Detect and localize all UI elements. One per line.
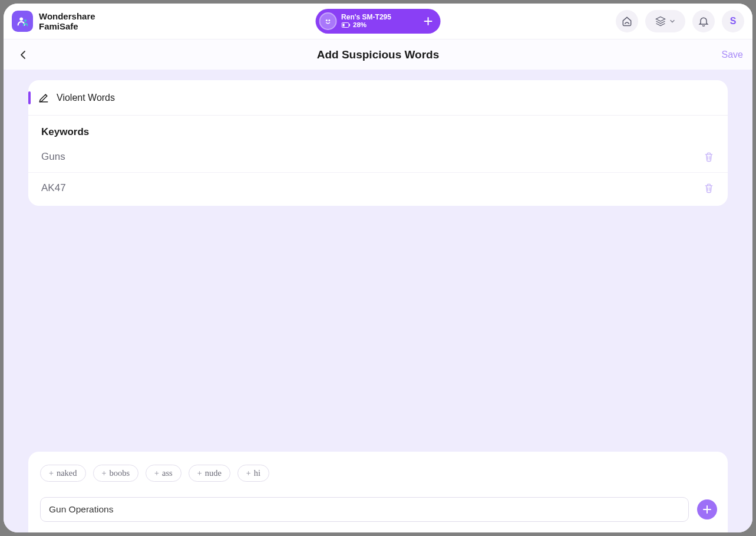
layers-icon	[655, 15, 666, 27]
app-window: Wondershare FamiSafe Ren's SM-T295	[4, 4, 752, 532]
category-accent	[28, 91, 31, 104]
content-area: Violent Words Keywords GunsAK47 +naked+b…	[4, 70, 752, 532]
keywords-card: Violent Words Keywords GunsAK47	[28, 80, 728, 206]
svg-point-3	[328, 19, 330, 21]
chip-label: naked	[57, 468, 77, 478]
plus-icon: +	[154, 469, 159, 478]
add-keyword-button[interactable]	[697, 499, 717, 519]
keyword-row: Guns	[28, 142, 728, 173]
device-avatar-icon	[319, 12, 336, 30]
svg-point-2	[325, 19, 327, 21]
plus-icon: +	[102, 469, 107, 478]
notifications-button[interactable]	[692, 10, 715, 32]
suggestion-chip[interactable]: +hi	[237, 465, 269, 482]
keyword-text: Guns	[41, 151, 65, 163]
chip-label: boobs	[109, 468, 130, 478]
device-info: Ren's SM-T295 28%	[341, 14, 415, 29]
suggestion-chip[interactable]: +ass	[146, 465, 181, 482]
brand-line2: FamiSafe	[39, 21, 95, 31]
trash-icon	[703, 182, 715, 194]
app-header: Wondershare FamiSafe Ren's SM-T295	[4, 4, 752, 39]
suggestion-chip[interactable]: +boobs	[93, 465, 139, 482]
chip-label: nude	[205, 468, 222, 478]
edit-icon	[38, 92, 49, 104]
back-button[interactable]	[15, 47, 32, 63]
input-row	[40, 497, 717, 522]
plus-icon: +	[49, 469, 54, 478]
brand-line1: Wondershare	[39, 11, 95, 21]
bottom-panel: +naked+boobs+ass+nude+hi	[28, 452, 728, 532]
header-actions: S	[616, 10, 744, 32]
keyword-input[interactable]	[40, 497, 689, 522]
keywords-list: GunsAK47	[28, 142, 728, 206]
trash-icon	[703, 151, 715, 163]
chevron-down-icon	[669, 18, 676, 25]
suggestion-chip[interactable]: +nude	[189, 465, 230, 482]
chip-label: ass	[162, 468, 173, 478]
suggestion-chips: +naked+boobs+ass+nude+hi	[40, 465, 717, 482]
keywords-heading: Keywords	[28, 116, 728, 142]
home-button[interactable]	[616, 10, 638, 32]
category-name: Violent Words	[57, 93, 115, 103]
chip-label: hi	[254, 468, 260, 478]
svg-rect-5	[342, 24, 344, 27]
layers-dropdown[interactable]	[645, 10, 685, 32]
battery-icon	[341, 22, 350, 28]
plus-icon: +	[197, 469, 202, 478]
page-title: Add Suspicious Words	[317, 48, 440, 61]
device-selector[interactable]: Ren's SM-T295 28%	[315, 9, 441, 34]
plus-icon: +	[246, 469, 251, 478]
device-battery: 28%	[353, 21, 367, 29]
svg-rect-6	[349, 24, 350, 27]
suggestion-chip[interactable]: +naked	[40, 465, 86, 482]
svg-point-1	[24, 19, 27, 22]
svg-point-0	[19, 17, 23, 21]
category-row[interactable]: Violent Words	[28, 80, 728, 116]
logo-icon	[12, 11, 33, 32]
brand-text: Wondershare FamiSafe	[39, 11, 95, 32]
user-avatar[interactable]: S	[722, 10, 744, 32]
delete-keyword-button[interactable]	[703, 182, 715, 194]
save-button[interactable]: Save	[722, 50, 743, 60]
delete-keyword-button[interactable]	[703, 151, 715, 163]
add-device-button[interactable]	[420, 12, 437, 30]
keyword-row: AK47	[28, 173, 728, 206]
title-bar: Add Suspicious Words Save	[4, 39, 752, 70]
keyword-text: AK47	[41, 182, 66, 194]
brand-area[interactable]: Wondershare FamiSafe	[12, 11, 95, 32]
device-name: Ren's SM-T295	[341, 14, 391, 21]
